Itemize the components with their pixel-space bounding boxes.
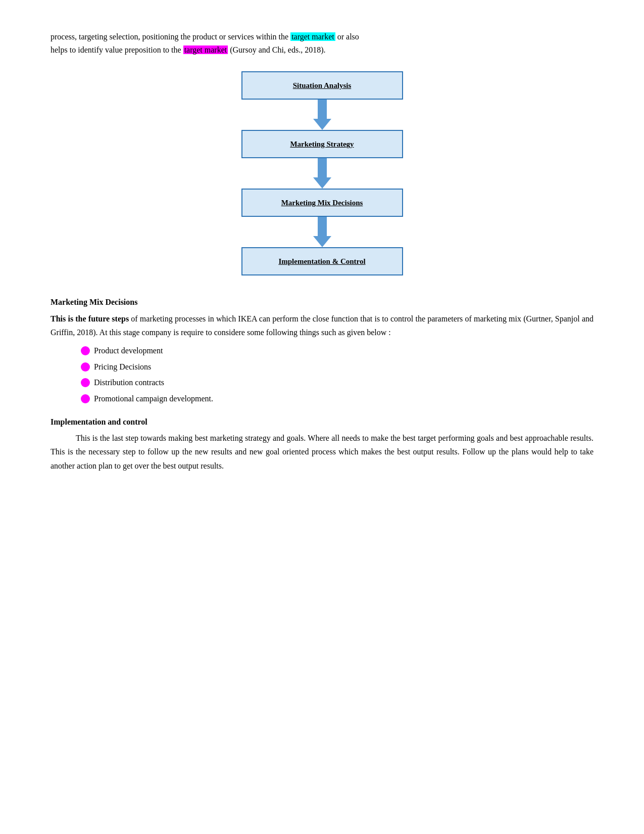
flowchart-box-situation-analysis: Situation Analysis bbox=[241, 71, 403, 100]
section1-body-after: of marketing processes in which IKEA can… bbox=[51, 314, 593, 337]
intro-line2-before: helps to identify value preposition to t… bbox=[51, 45, 183, 54]
section1-body: This is the future steps of marketing pr… bbox=[51, 312, 593, 339]
highlight-target-market-2: target market bbox=[183, 45, 228, 54]
flowchart-box-marketing-mix: Marketing Mix Decisions bbox=[241, 189, 403, 217]
intro-line2-after: (Gursoy and Chi, eds., 2018). bbox=[228, 45, 325, 54]
flowchart-arrow-3 bbox=[313, 217, 331, 247]
flowchart-box-implementation: Implementation & Control bbox=[241, 247, 403, 275]
intro-line1-after: or also bbox=[335, 32, 359, 41]
list-item: Pricing Decisions bbox=[81, 360, 593, 374]
bullet-dot-4 bbox=[81, 394, 90, 403]
flowchart-box-marketing-strategy: Marketing Strategy bbox=[241, 130, 403, 158]
arrow-head-1 bbox=[313, 119, 331, 130]
flowchart-arrow-1 bbox=[313, 100, 331, 130]
bullet-dot-3 bbox=[81, 378, 90, 387]
intro-line1-before: process, targeting selection, positionin… bbox=[51, 32, 290, 41]
arrow-head-2 bbox=[313, 177, 331, 189]
bullet-text-1: Product development bbox=[94, 344, 163, 357]
arrow-stem-1 bbox=[318, 100, 327, 119]
list-item: Promotional campaign development. bbox=[81, 392, 593, 405]
arrow-stem-3 bbox=[318, 217, 327, 236]
bullet-text-3: Distribution contracts bbox=[94, 376, 164, 389]
highlight-target-market-1: target market bbox=[290, 32, 335, 41]
section1-bold-lead: This is the future steps bbox=[51, 314, 129, 323]
flowchart-arrow-2 bbox=[313, 158, 331, 189]
flowchart: Situation Analysis Marketing Strategy Ma… bbox=[236, 71, 408, 275]
arrow-head-3 bbox=[313, 236, 331, 247]
section2-body: This is the last step towards making bes… bbox=[51, 431, 593, 473]
arrow-stem-2 bbox=[318, 158, 327, 177]
intro-paragraph: process, targeting selection, positionin… bbox=[51, 30, 593, 56]
bullet-text-2: Pricing Decisions bbox=[94, 360, 151, 374]
list-item: Distribution contracts bbox=[81, 376, 593, 389]
bullet-dot-1 bbox=[81, 346, 90, 355]
section1-heading: Marketing Mix Decisions bbox=[51, 296, 593, 309]
bullet-list: Product development Pricing Decisions Di… bbox=[81, 344, 593, 405]
bullet-dot-2 bbox=[81, 362, 90, 372]
list-item: Product development bbox=[81, 344, 593, 357]
section2-heading: Implementation and control bbox=[51, 415, 593, 429]
bullet-text-4: Promotional campaign development. bbox=[94, 392, 213, 405]
